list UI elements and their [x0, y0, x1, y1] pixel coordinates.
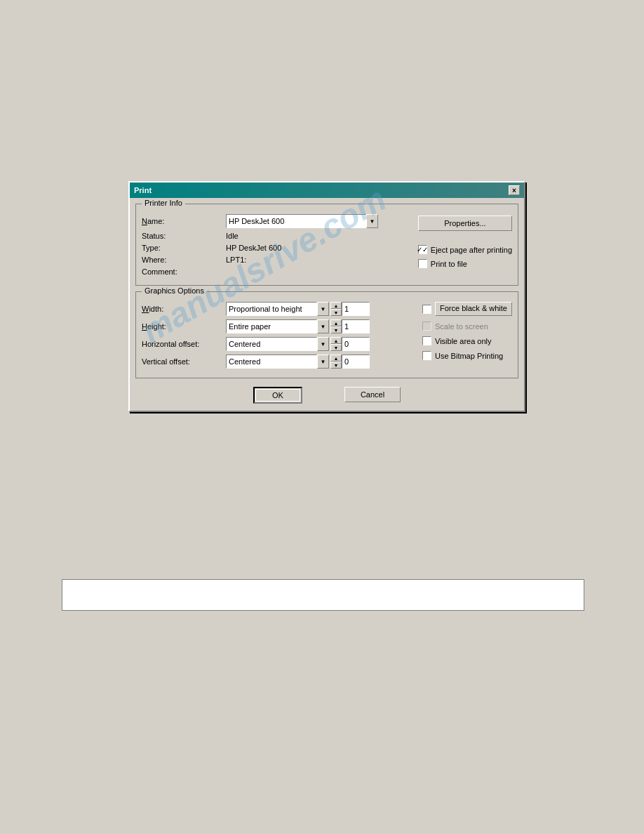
eject-checkbox[interactable]: ✓: [418, 245, 427, 254]
width-row: Width: ▼ ▲ ▼: [142, 302, 414, 316]
v-offset-spinner-down[interactable]: ▼: [330, 362, 342, 369]
h-offset-label: Horizontal offset:: [142, 340, 226, 348]
v-offset-num-input[interactable]: [342, 355, 370, 369]
h-offset-num-input[interactable]: [342, 337, 370, 351]
graphics-layout: Width: ▼ ▲ ▼ Height:: [142, 302, 512, 372]
width-num-input[interactable]: [342, 302, 370, 316]
v-offset-spinner: ▲ ▼: [330, 355, 342, 369]
width-input[interactable]: [226, 302, 317, 316]
eject-label: Eject page after printing: [431, 246, 512, 254]
v-offset-spinner-up[interactable]: ▲: [330, 355, 342, 362]
height-dropdown-btn[interactable]: ▼: [317, 319, 329, 333]
force-bw-row: Force black & white: [422, 302, 512, 316]
h-offset-row: Horizontal offset: ▼ ▲ ▼: [142, 337, 414, 351]
status-value: Idle: [226, 232, 239, 240]
height-spinner-down[interactable]: ▼: [330, 326, 342, 333]
graphics-options-label: Graphics Options: [142, 286, 207, 295]
width-spinner-down[interactable]: ▼: [330, 309, 342, 316]
width-dropdown-btn[interactable]: ▼: [317, 302, 329, 316]
graphics-options-group: Graphics Options Width: ▼ ▲ ▼: [135, 291, 518, 378]
width-spinner-up[interactable]: ▲: [330, 302, 342, 309]
visible-area-row: Visible area only: [422, 336, 512, 345]
use-bitmap-row: Use Bitmap Printing: [422, 351, 512, 360]
type-row: Type: HP DeskJet 600: [142, 244, 407, 252]
name-label: Name:: [142, 217, 226, 225]
use-bitmap-label: Use Bitmap Printing: [435, 352, 503, 360]
h-offset-dropdown-wrapper: ▼ ▲ ▼: [226, 337, 370, 351]
scale-to-screen-row: Scale to screen: [422, 322, 512, 331]
name-row: Name: ▼: [142, 214, 407, 228]
printer-name-dropdown-wrapper: ▼: [226, 214, 378, 228]
v-offset-label: Vertical offset:: [142, 357, 226, 366]
printer-name-dropdown-btn[interactable]: ▼: [366, 214, 378, 228]
bottom-text-box: [62, 579, 584, 611]
v-offset-dropdown-wrapper: ▼ ▲ ▼: [226, 355, 370, 369]
height-spinner: ▲ ▼: [330, 319, 342, 333]
where-label: Where:: [142, 256, 226, 264]
width-dropdown-wrapper: ▼ ▲ ▼: [226, 302, 370, 316]
printer-info-group: Printer Info Name: ▼ Status: Idle: [135, 204, 518, 286]
dialog-title: Print: [134, 186, 152, 194]
print-to-file-row: Print to file: [418, 259, 512, 268]
height-dropdown-wrapper: ▼ ▲ ▼: [226, 319, 370, 333]
h-offset-spinner-down[interactable]: ▼: [330, 344, 342, 351]
h-offset-input[interactable]: [226, 337, 317, 351]
height-spinner-up[interactable]: ▲: [330, 319, 342, 326]
cancel-button[interactable]: Cancel: [344, 387, 401, 402]
where-value: LPT1:: [226, 256, 246, 264]
height-row: Height: ▼ ▲ ▼: [142, 319, 414, 333]
use-bitmap-checkbox[interactable]: [422, 351, 431, 360]
visible-area-checkbox[interactable]: [422, 336, 431, 345]
width-label: Width:: [142, 305, 226, 313]
printer-section: Name: ▼ Status: Idle Type: HP D: [142, 214, 512, 279]
printer-name-input[interactable]: [226, 214, 366, 228]
v-offset-input[interactable]: [226, 355, 317, 369]
height-num-input[interactable]: [342, 319, 370, 333]
comment-row: Comment:: [142, 267, 407, 276]
printer-right: Properties... ✓ Eject page after printin…: [418, 214, 512, 279]
h-offset-spinner-up[interactable]: ▲: [330, 337, 342, 344]
graphics-right: Force black & white Scale to screen Visi…: [422, 302, 512, 372]
printer-left: Name: ▼ Status: Idle Type: HP D: [142, 214, 407, 279]
height-input[interactable]: [226, 319, 317, 333]
v-offset-dropdown-btn[interactable]: ▼: [317, 355, 329, 369]
type-value: HP DeskJet 600: [226, 244, 281, 252]
width-spinner: ▲ ▼: [330, 302, 342, 316]
print-to-file-checkbox[interactable]: [418, 259, 427, 268]
dialog-titlebar: Print ×: [130, 183, 524, 198]
force-bw-label[interactable]: Force black & white: [435, 302, 512, 316]
dialog-buttons: OK Cancel: [135, 384, 518, 405]
scale-to-screen-checkbox: [422, 322, 431, 331]
force-bw-checkbox[interactable]: [422, 305, 431, 314]
properties-button[interactable]: Properties...: [418, 216, 512, 231]
h-offset-dropdown-btn[interactable]: ▼: [317, 337, 329, 351]
print-to-file-label: Print to file: [431, 260, 467, 268]
scale-to-screen-label: Scale to screen: [435, 322, 488, 331]
h-offset-spinner: ▲ ▼: [330, 337, 342, 351]
ok-button[interactable]: OK: [253, 387, 302, 404]
eject-row: ✓ Eject page after printing: [418, 245, 512, 254]
print-dialog: Print × Printer Info Name: ▼: [128, 181, 525, 412]
v-offset-row: Vertical offset: ▼ ▲ ▼: [142, 355, 414, 369]
type-label: Type:: [142, 244, 226, 252]
status-row: Status: Idle: [142, 232, 407, 240]
where-row: Where: LPT1:: [142, 256, 407, 264]
close-button[interactable]: ×: [509, 185, 520, 195]
graphics-left: Width: ▼ ▲ ▼ Height:: [142, 302, 414, 372]
status-label: Status:: [142, 232, 226, 240]
dialog-content: Printer Info Name: ▼ Status: Idle: [130, 198, 524, 411]
printer-info-label: Printer Info: [142, 199, 185, 207]
comment-label: Comment:: [142, 267, 226, 276]
visible-area-label: Visible area only: [435, 337, 492, 345]
height-label: Height:: [142, 322, 226, 331]
